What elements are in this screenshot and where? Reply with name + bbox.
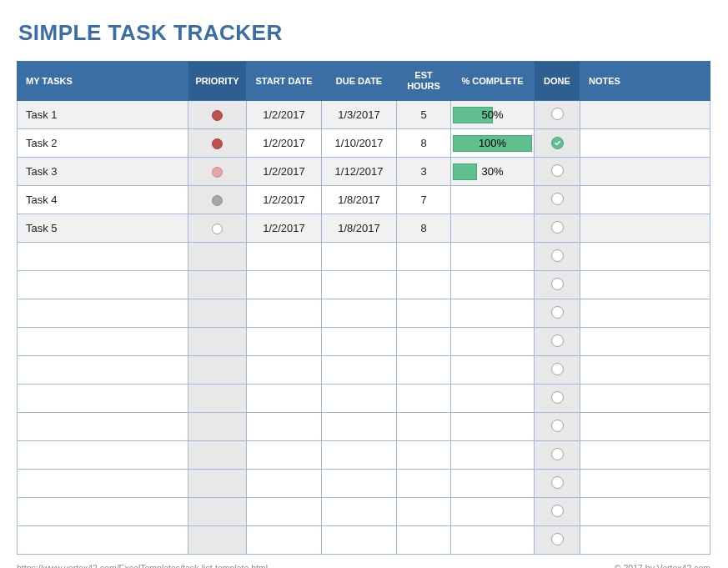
done-cell[interactable] [535,214,580,243]
priority-cell[interactable] [188,385,247,413]
priority-cell[interactable] [188,214,247,243]
pct-complete-cell[interactable] [451,385,535,413]
circle-icon[interactable] [551,391,564,404]
notes-cell[interactable] [580,470,710,498]
start-date-cell[interactable] [247,470,322,498]
table-row[interactable] [18,243,710,271]
start-date-cell[interactable] [247,385,322,413]
est-hours-cell[interactable] [397,243,451,271]
due-date-cell[interactable] [322,413,397,441]
due-date-cell[interactable]: 1/3/2017 [322,101,397,129]
due-date-cell[interactable] [322,243,397,271]
table-row[interactable]: Task 21/2/20171/10/20178100% [18,129,710,158]
circle-icon[interactable] [551,278,564,290]
circle-icon[interactable] [551,306,564,319]
priority-cell[interactable] [188,413,247,441]
task-cell[interactable] [18,243,188,271]
table-row[interactable] [18,299,710,328]
task-cell[interactable] [18,498,188,526]
circle-icon[interactable] [551,420,564,432]
priority-cell[interactable] [188,158,247,186]
table-row[interactable] [18,441,710,470]
pct-complete-cell[interactable] [451,356,535,385]
pct-complete-cell[interactable] [451,498,535,526]
est-hours-cell[interactable] [397,328,451,356]
est-hours-cell[interactable] [397,470,451,498]
circle-icon[interactable] [551,221,564,234]
table-row[interactable] [18,328,710,356]
notes-cell[interactable] [580,356,710,385]
notes-cell[interactable] [580,186,710,214]
done-cell[interactable] [535,328,580,356]
task-cell[interactable]: Task 5 [18,214,188,243]
notes-cell[interactable] [580,413,710,441]
start-date-cell[interactable]: 1/2/2017 [247,186,322,214]
est-hours-cell[interactable] [397,271,451,299]
pct-complete-cell[interactable]: 100% [451,129,535,158]
start-date-cell[interactable] [247,441,322,470]
est-hours-cell[interactable] [397,526,451,555]
notes-cell[interactable] [580,271,710,299]
start-date-cell[interactable] [247,328,322,356]
start-date-cell[interactable] [247,526,322,555]
circle-icon[interactable] [551,533,564,545]
done-cell[interactable] [535,299,580,328]
pct-complete-cell[interactable] [451,243,535,271]
est-hours-cell[interactable] [397,299,451,328]
pct-complete-cell[interactable]: 30% [451,158,535,186]
task-cell[interactable] [18,413,188,441]
pct-complete-cell[interactable] [451,328,535,356]
circle-icon[interactable] [551,476,564,489]
done-cell[interactable] [535,101,580,129]
due-date-cell[interactable] [322,498,397,526]
notes-cell[interactable] [580,498,710,526]
start-date-cell[interactable] [247,299,322,328]
start-date-cell[interactable] [247,243,322,271]
task-cell[interactable]: Task 2 [18,129,188,158]
table-row[interactable] [18,356,710,385]
done-cell[interactable] [535,129,580,158]
circle-icon[interactable] [551,448,564,460]
table-row[interactable]: Task 31/2/20171/12/2017330% [18,158,710,186]
priority-cell[interactable] [188,526,247,555]
pct-complete-cell[interactable] [451,526,535,555]
done-cell[interactable] [535,526,580,555]
due-date-cell[interactable]: 1/12/2017 [322,158,397,186]
task-cell[interactable] [18,470,188,498]
task-cell[interactable] [18,271,188,299]
table-row[interactable] [18,413,710,441]
table-row[interactable]: Task 51/2/20171/8/20178 [18,214,710,243]
circle-icon[interactable] [551,249,564,262]
pct-complete-cell[interactable] [451,214,535,243]
pct-complete-cell[interactable] [451,413,535,441]
done-cell[interactable] [535,271,580,299]
notes-cell[interactable] [580,243,710,271]
circle-icon[interactable] [551,108,564,120]
table-row[interactable] [18,470,710,498]
priority-cell[interactable] [188,186,247,214]
notes-cell[interactable] [580,158,710,186]
priority-cell[interactable] [188,101,247,129]
due-date-cell[interactable] [322,470,397,498]
done-cell[interactable] [535,158,580,186]
pct-complete-cell[interactable] [451,470,535,498]
done-cell[interactable] [535,356,580,385]
task-cell[interactable]: Task 3 [18,158,188,186]
priority-cell[interactable] [188,470,247,498]
table-row[interactable] [18,271,710,299]
start-date-cell[interactable] [247,498,322,526]
done-cell[interactable] [535,243,580,271]
due-date-cell[interactable] [322,328,397,356]
due-date-cell[interactable] [322,385,397,413]
task-cell[interactable]: Task 4 [18,186,188,214]
checkmark-circle-icon[interactable] [551,137,564,149]
due-date-cell[interactable]: 1/8/2017 [322,186,397,214]
due-date-cell[interactable] [322,299,397,328]
due-date-cell[interactable]: 1/10/2017 [322,129,397,158]
notes-cell[interactable] [580,101,710,129]
notes-cell[interactable] [580,214,710,243]
circle-icon[interactable] [551,505,564,517]
start-date-cell[interactable]: 1/2/2017 [247,101,322,129]
notes-cell[interactable] [580,526,710,555]
table-row[interactable] [18,385,710,413]
